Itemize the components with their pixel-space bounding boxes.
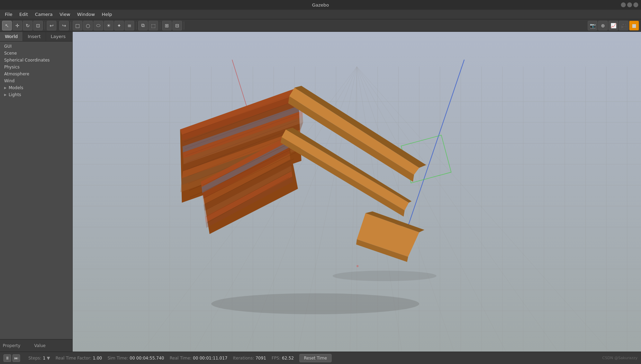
reset-time-button[interactable]: Reset Time	[299, 354, 332, 362]
window-title: Gazebo	[312, 2, 329, 8]
iterations-value: 7091	[255, 356, 266, 361]
video-button[interactable]: 🎥	[619, 21, 629, 30]
snap-button[interactable]: ⊟	[172, 21, 182, 30]
translate-tool-button[interactable]: ✛	[12, 21, 22, 30]
svg-point-99	[333, 271, 436, 281]
toolbar: ↖ ✛ ↻ ⊡ ↩ ↪ □ ○ ⬭ ☀ ✦ ≡ ⧉ ⬚ ⊞ ⊟ 📷 ⊕ 📈 🎥 …	[0, 19, 641, 32]
menu-item-edit[interactable]: Edit	[16, 10, 31, 18]
sim-time-value: 00 00:04:55.740	[130, 356, 164, 361]
redo-button[interactable]: ↪	[59, 21, 69, 30]
pointlight-button[interactable]: ☀	[104, 21, 114, 30]
plot-button[interactable]: 📈	[608, 21, 618, 30]
menu-item-file[interactable]: File	[1, 10, 16, 18]
box-button[interactable]: □	[73, 21, 82, 30]
fps-value: 62.52	[282, 356, 294, 361]
tree-item-lights[interactable]: Lights	[0, 91, 72, 98]
tree-item-models[interactable]: Models	[0, 84, 72, 91]
sidebar-tabs: WorldInsertLayers	[0, 32, 72, 41]
align-button[interactable]: ⊞	[162, 21, 172, 30]
spotlight-button[interactable]: ✦	[114, 21, 124, 30]
svg-point-100	[356, 265, 359, 267]
real-time-factor-display: Real Time Factor: 1.00	[56, 356, 102, 361]
viewport-grid	[73, 32, 641, 352]
tree-item-wind[interactable]: Wind	[0, 77, 72, 84]
select-tool-button[interactable]: ↖	[2, 21, 12, 30]
close-button[interactable]	[633, 2, 638, 7]
iterations-display: Iterations: 7091	[233, 356, 266, 361]
sep1	[45, 21, 45, 30]
orange-indicator: ■	[629, 21, 639, 30]
sep4	[160, 21, 160, 30]
step-button[interactable]: ⏭	[12, 354, 20, 362]
real-time-label: Real Time:	[170, 356, 191, 361]
sidebar-tab-layers[interactable]: Layers	[46, 32, 71, 41]
record-button[interactable]: ⊕	[598, 21, 608, 30]
svg-point-98	[211, 293, 419, 315]
tree-item-scene[interactable]: Scene	[0, 50, 72, 57]
pause-button[interactable]: ⏸	[3, 354, 11, 362]
titlebar-controls	[621, 2, 638, 7]
viewport[interactable]	[73, 32, 641, 352]
menu-item-view[interactable]: View	[56, 10, 74, 18]
tree-item-atmosphere[interactable]: Atmosphere	[0, 71, 72, 77]
copy-button[interactable]: ⧉	[138, 21, 148, 30]
sphere-button[interactable]: ○	[83, 21, 93, 30]
sidebar-tree: GUISceneSpherical CoordinatesPhysicsAtmo…	[0, 41, 72, 339]
iterations-label: Iterations:	[233, 356, 254, 361]
real-time-value: 00 00:01:11.017	[193, 356, 227, 361]
value-column-header: Value	[34, 343, 46, 348]
sep3	[136, 21, 136, 30]
steps-display: Steps: 1 ▼	[28, 356, 50, 361]
fps-label: FPS:	[272, 356, 281, 361]
statusbar: ⏸ ⏭ Steps: 1 ▼ Real Time Factor: 1.00 Si…	[0, 352, 641, 364]
paste-button[interactable]: ⬚	[148, 21, 158, 30]
sidebar-tab-insert[interactable]: Insert	[23, 32, 46, 41]
sep-undo	[57, 21, 58, 30]
menu-item-camera[interactable]: Camera	[31, 10, 56, 18]
sep2	[71, 21, 71, 30]
tree-item-spherical-coords[interactable]: Spherical Coordinates	[0, 57, 72, 64]
sidebar-tab-world[interactable]: World	[0, 32, 23, 41]
properties-panel: Property Value	[0, 339, 72, 352]
watermark: CSDN @Sakurazzy	[602, 356, 638, 360]
steps-label: Steps:	[28, 356, 42, 361]
rtf-label: Real Time Factor:	[56, 356, 91, 361]
tree-item-physics[interactable]: Physics	[0, 64, 72, 71]
menubar: FileEditCameraViewWindowHelp	[0, 10, 641, 19]
sidebar: WorldInsertLayers GUISceneSpherical Coor…	[0, 32, 73, 352]
menu-item-window[interactable]: Window	[74, 10, 98, 18]
fps-display: FPS: 62.52	[272, 356, 294, 361]
dirlight-button[interactable]: ≡	[125, 21, 134, 30]
property-column-header: Property	[3, 343, 20, 348]
steps-dropdown[interactable]: ▼	[47, 356, 50, 361]
rotate-tool-button[interactable]: ↻	[23, 21, 33, 30]
maximize-button[interactable]	[627, 2, 632, 7]
sep5	[184, 21, 184, 30]
titlebar: Gazebo	[0, 0, 641, 10]
main-layout: WorldInsertLayers GUISceneSpherical Coor…	[0, 32, 641, 352]
real-time-display: Real Time: 00 00:01:11.017	[170, 356, 227, 361]
sim-time-display: Sim Time: 00 00:04:55.740	[108, 356, 164, 361]
sim-time-label: Sim Time:	[108, 356, 128, 361]
minimize-button[interactable]	[621, 2, 626, 7]
menu-item-help[interactable]: Help	[98, 10, 116, 18]
play-controls: ⏸ ⏭	[3, 354, 20, 362]
tree-item-gui[interactable]: GUI	[0, 43, 72, 50]
steps-value: 1	[43, 356, 46, 361]
screenshot-button[interactable]: 📷	[588, 21, 597, 30]
scale-tool-button[interactable]: ⊡	[33, 21, 43, 30]
rtf-value: 1.00	[93, 356, 102, 361]
cylinder-button[interactable]: ⬭	[93, 21, 103, 30]
undo-button[interactable]: ↩	[47, 21, 56, 30]
